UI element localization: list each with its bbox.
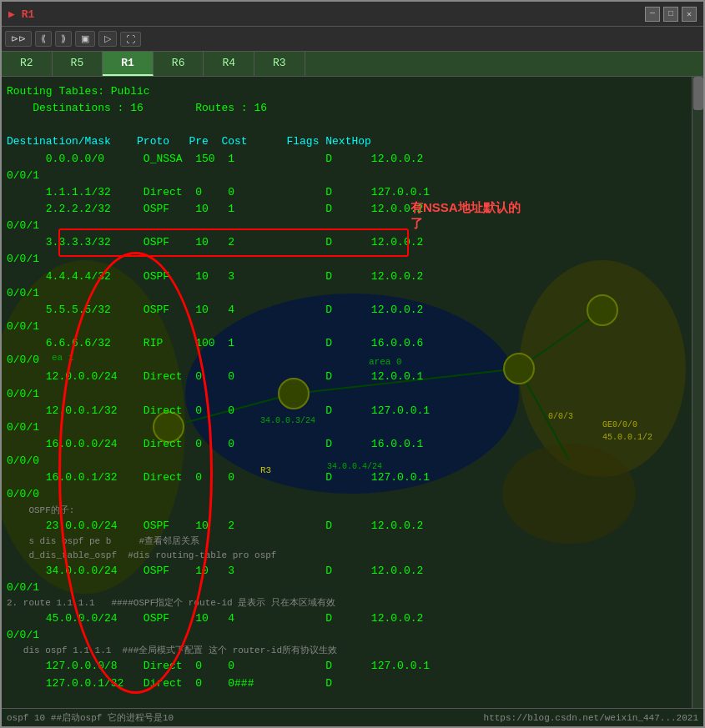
route-iface-13: 0/0/1: [7, 627, 698, 644]
route-iface-3: 0/0/1: [7, 251, 698, 268]
route-row-4: 4.4.4.4/32 OSPF 10 3 D 12.0.0.2: [7, 269, 698, 285]
tab-r2[interactable]: R2: [2, 52, 53, 76]
route-row-7: 12.0.0.0/24 Direct 0 0 D 12.0.0.1: [7, 369, 698, 385]
routing-destinations: Destinations : 16 Routes : 16: [7, 100, 698, 117]
route-iface-2: 0/0/1: [7, 218, 698, 234]
minimize-button[interactable]: ─: [645, 7, 660, 22]
route-row-13: 45.0.0.0/24 OSPF 10 4 D 12.0.0.2: [7, 610, 698, 627]
overlay-text-2: s dis ospf pe b #查看邻居关系: [7, 535, 698, 549]
window-controls[interactable]: ─ □ ✕: [645, 7, 697, 22]
status-text-left: ospf 10 ##启动ospf 它的进程号是10: [7, 711, 174, 724]
route-row-8: 12.0.0.1/32 Direct 0 0 D 127.0.0.1: [7, 403, 698, 419]
toolbar-btn-5[interactable]: ▷: [98, 31, 117, 47]
overlay-text-1: OSPF的子:: [7, 504, 698, 518]
overlay-text-4: 2. route 1.1.1.1 ####OSPF指定个 route-id 是表…: [7, 596, 698, 610]
route-row-9: 16.0.0.0/24 Direct 0 0 D 16.0.0.1: [7, 436, 698, 453]
route-row-2: 2.2.2.2/32 OSPF 10 1 D 12.0.0.2: [7, 201, 698, 218]
tab-r5[interactable]: R5: [53, 52, 103, 76]
toolbar-btn-2[interactable]: ⟪: [35, 31, 52, 47]
title-bar: ▶ R1 ─ □ ✕: [2, 2, 703, 27]
overlay-text-5: dis ospf 1.1.1.1 ###全局模式下配置 这个 router-id…: [7, 644, 698, 658]
route-row-3: 3.3.3.3/32 OSPF 10 2 D 12.0.0.2: [7, 234, 698, 251]
route-iface-7: 0/0/1: [7, 386, 698, 403]
route-iface-12: 0/0/1: [7, 580, 698, 596]
toolbar-btn-3[interactable]: ⟫: [55, 31, 72, 47]
main-window: ▶ R1 ─ □ ✕ ⊳⊳ ⟪ ⟫ ▣ ▷ ⛶ R2 R5 R1 R6 R4 R…: [0, 0, 705, 728]
route-iface-4: 0/0/1: [7, 285, 698, 302]
overlay-text-3: d_dis_table_ospf #dis routing-table pro …: [7, 549, 698, 563]
route-row-6: 6.6.6.6/32 RIP 100 1 D 16.0.0.6: [7, 335, 698, 352]
terminal-output: Routing Tables: Public Destinations : 16…: [2, 77, 703, 708]
column-headers: Destination/Mask Proto Pre Cost Flags Ne…: [7, 133, 698, 150]
main-content: area 0 ea 1 GE0/0/0 45.0.0.1/2 34.0.0.4/…: [2, 77, 703, 708]
restore-button[interactable]: □: [663, 7, 678, 22]
route-row-14: 127.0.0.0/8 Direct 0 0 D 127.0.0.1: [7, 658, 698, 675]
tab-r4[interactable]: R4: [204, 52, 254, 76]
status-text-right: https://blog.csdn.net/weixin_447...2021: [484, 713, 698, 723]
route-row-1: 1.1.1.1/32 Direct 0 0 D 127.0.0.1: [7, 184, 698, 201]
tab-r6[interactable]: R6: [154, 52, 204, 76]
toolbar: ⊳⊳ ⟪ ⟫ ▣ ▷ ⛶: [2, 27, 703, 52]
route-row-5: 5.5.5.5/32 OSPF 10 4 D 12.0.0.2: [7, 302, 698, 319]
route-iface-6: 0/0/0: [7, 352, 698, 369]
route-row-10: 16.0.0.1/32 Direct 0 0 D 127.0.0.1: [7, 469, 698, 486]
route-row-12: 34.0.0.0/24 OSPF 10 3 D 12.0.0.2: [7, 563, 698, 580]
chinese-annotation: 有NSSA地址默认的了: [410, 200, 521, 232]
toolbar-btn-4[interactable]: ▣: [75, 31, 95, 47]
status-bar: ospf 10 ##启动ospf 它的进程号是10 https://blog.c…: [2, 708, 703, 726]
tabs-bar: R2 R5 R1 R6 R4 R3: [2, 52, 703, 77]
route-iface-10: 0/0/0: [7, 486, 698, 503]
route-row-11: 23.0.0.0/24 OSPF 10 2 D 12.0.0.2: [7, 518, 698, 535]
tab-r3[interactable]: R3: [254, 52, 305, 76]
route-row-15: 127.0.0.1/32 Direct 0 0### D: [7, 675, 698, 692]
toolbar-btn-1[interactable]: ⊳⊳: [5, 31, 32, 47]
toolbar-btn-6[interactable]: ⛶: [120, 32, 141, 47]
route-iface-0: 0/0/1: [7, 168, 698, 184]
app-icon: ▶ R1: [8, 8, 34, 21]
tab-r1[interactable]: R1: [103, 52, 154, 76]
route-iface-5: 0/0/1: [7, 319, 698, 335]
routing-table-header: Routing Tables: Public: [7, 83, 698, 100]
route-iface-9: 0/0/0: [7, 453, 698, 469]
close-button[interactable]: ✕: [682, 7, 697, 22]
title-bar-left: ▶ R1: [8, 8, 34, 21]
route-iface-8: 0/0/1: [7, 419, 698, 436]
route-row-0: 0.0.0.0/0 O_NSSA 150 1 D 12.0.0.2: [7, 151, 698, 168]
